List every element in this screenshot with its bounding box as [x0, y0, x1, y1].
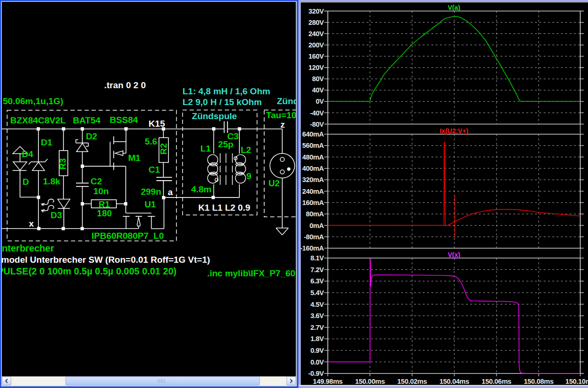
svg-text:PULSE(2 0 100m 0.5µ 0.5µ 0.005: PULSE(2 0 100m 0.5µ 0.5µ 0.005 0.01 20)	[0, 266, 176, 276]
svg-text:D4: D4	[22, 149, 33, 159]
svg-text:150.02ms: 150.02ms	[397, 378, 428, 385]
svg-text:0.9V: 0.9V	[310, 347, 324, 354]
svg-text:280V: 280V	[308, 19, 324, 26]
svg-text:-80V: -80V	[310, 121, 324, 128]
svg-text:nterbrecher: nterbrecher	[2, 243, 54, 253]
svg-text:K15: K15	[149, 119, 165, 129]
svg-text:L1: 4,8 mH / 1,6 Ohm: L1: 4,8 mH / 1,6 Ohm	[183, 86, 270, 96]
svg-text:C1: C1	[149, 165, 160, 175]
svg-text:Zünd: Zünd	[277, 96, 298, 106]
svg-text:Ix(U2:V+): Ix(U2:V+)	[440, 127, 468, 135]
svg-text:180: 180	[97, 208, 112, 218]
svg-text:320mA: 320mA	[302, 176, 324, 183]
svg-text:a: a	[168, 187, 173, 197]
svg-text:9: 9	[246, 171, 252, 181]
svg-text:-0.9V: -0.9V	[308, 370, 324, 377]
svg-text:R3: R3	[58, 158, 68, 169]
svg-text:R2: R2	[159, 143, 168, 154]
svg-text:120V: 120V	[308, 64, 324, 71]
svg-text:150.08ms: 150.08ms	[524, 378, 554, 385]
svg-text:80V: 80V	[312, 75, 324, 83]
svg-text:149.98ms: 149.98ms	[313, 378, 343, 385]
svg-text:240mA: 240mA	[302, 188, 324, 195]
svg-text:400mA: 400mA	[302, 165, 324, 172]
svg-text:0V: 0V	[316, 98, 324, 105]
svg-text:10n: 10n	[93, 186, 109, 196]
svg-text:D2: D2	[86, 131, 97, 141]
svg-text:160mA: 160mA	[302, 199, 324, 206]
svg-text:200V: 200V	[308, 41, 324, 49]
svg-text:L1: L1	[200, 144, 211, 153]
svg-text:D3: D3	[51, 210, 62, 220]
svg-text:M1: M1	[128, 153, 141, 163]
svg-text:1.8V: 1.8V	[310, 335, 324, 342]
svg-text:Tau=10: Tau=10	[266, 110, 297, 120]
svg-text:5.6: 5.6	[145, 137, 157, 146]
svg-text:80mA: 80mA	[306, 210, 324, 218]
svg-text:2.7V: 2.7V	[310, 324, 324, 331]
svg-text:7.2V: 7.2V	[310, 266, 324, 274]
svg-text:D1: D1	[41, 137, 53, 147]
svg-text:U2: U2	[268, 178, 280, 188]
svg-text:480mA: 480mA	[302, 153, 324, 161]
svg-text:3.6V: 3.6V	[310, 312, 324, 320]
svg-text:.tran 0 2 0: .tran 0 2 0	[104, 80, 146, 90]
svg-text:-160mA: -160mA	[300, 244, 324, 252]
svg-text:U1: U1	[145, 199, 156, 209]
svg-text:40V: 40V	[312, 86, 324, 94]
svg-text:4.8m: 4.8m	[191, 184, 211, 194]
svg-text:C2: C2	[91, 176, 102, 186]
svg-text:150.00ms: 150.00ms	[355, 378, 385, 385]
svg-text:-40V: -40V	[310, 109, 324, 117]
svg-text:D: D	[23, 177, 29, 187]
svg-text:150.10ms: 150.10ms	[565, 378, 588, 385]
svg-text:BSS84: BSS84	[110, 115, 138, 125]
svg-text:.inc mylib\IFX_P7_60: .inc mylib\IFX_P7_60	[207, 268, 295, 278]
svg-text:x: x	[29, 219, 34, 228]
svg-text:V(x): V(x)	[448, 251, 460, 259]
svg-text:L2: L2	[241, 145, 251, 155]
svg-text:560mA: 560mA	[302, 142, 324, 149]
svg-text:z: z	[281, 120, 285, 129]
svg-text:L2 9,0 H / 15 kOhm: L2 9,0 H / 15 kOhm	[183, 97, 262, 107]
svg-text:K1 L1 L2 0.9: K1 L1 L2 0.9	[198, 203, 250, 213]
svg-text:-80mA: -80mA	[304, 233, 324, 241]
svg-text:5.4V: 5.4V	[310, 289, 324, 297]
svg-text:150.06ms: 150.06ms	[481, 378, 512, 385]
svg-text:BAT54: BAT54	[73, 115, 100, 125]
svg-text:8.1V: 8.1V	[310, 254, 324, 262]
svg-text:150.04ms: 150.04ms	[439, 378, 469, 385]
svg-text:V(a): V(a)	[448, 4, 460, 11]
svg-text:model Unterbrecher SW (Ron=0.0: model Unterbrecher SW (Ron=0.01 Roff=1G …	[1, 255, 210, 265]
svg-text:240V: 240V	[308, 30, 324, 38]
svg-text:Zündspule: Zündspule	[192, 111, 237, 121]
svg-text:320V: 320V	[308, 8, 324, 15]
svg-text:BZX84C8V2L: BZX84C8V2L	[10, 115, 66, 125]
svg-text:0.0V: 0.0V	[310, 358, 324, 366]
svg-text:640mA: 640mA	[302, 130, 324, 138]
svg-text:299n: 299n	[141, 187, 161, 197]
svg-text:1.8k: 1.8k	[43, 176, 60, 186]
svg-text:R1: R1	[99, 199, 110, 209]
svg-text:50.06m,1u,1G): 50.06m,1u,1G)	[3, 96, 63, 106]
svg-text:6.3V: 6.3V	[310, 277, 324, 285]
svg-text:160V: 160V	[308, 53, 324, 60]
svg-text:0mA: 0mA	[309, 222, 324, 229]
svg-text:4.5V: 4.5V	[310, 301, 324, 308]
svg-text:IPB60R080P7_L0: IPB60R080P7_L0	[92, 231, 164, 241]
svg-text:25p: 25p	[218, 139, 234, 149]
